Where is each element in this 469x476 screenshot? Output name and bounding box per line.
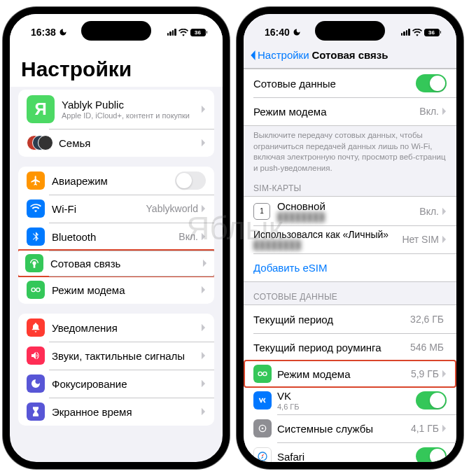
focus-row[interactable]: Фокусирование <box>18 370 214 398</box>
vk-toggle[interactable] <box>416 391 447 410</box>
back-button[interactable]: Настройки <box>249 49 309 61</box>
sim-header: SIM-КАРТЫ <box>244 174 456 196</box>
dynamic-island <box>315 21 385 41</box>
vk-icon <box>253 391 272 410</box>
bell-icon <box>27 318 45 337</box>
chevron-right-icon <box>201 232 206 241</box>
hotspot-icon <box>253 365 272 383</box>
roaming-period-row[interactable]: Текущий период роуминга 546 МБ <box>244 333 456 361</box>
svg-point-0 <box>31 288 35 291</box>
chevron-right-icon <box>201 286 206 294</box>
chevron-right-icon <box>201 105 206 113</box>
do-not-disturb-icon <box>293 28 301 36</box>
nav-title: Сотовая связь <box>312 49 388 61</box>
apple-id-row[interactable]: Я Yablyk Public Apple ID, iCloud+, конте… <box>18 90 214 129</box>
account-name: Yablyk Public <box>62 99 201 111</box>
cellular-signal-icon <box>401 29 410 36</box>
family-avatars-icon <box>27 134 52 152</box>
chevron-right-icon <box>442 370 447 378</box>
bluetooth-icon <box>27 227 45 246</box>
cellular-signal-icon <box>167 29 176 36</box>
screentime-row[interactable]: Экранное время <box>18 398 214 426</box>
status-time: 16:38 <box>31 27 56 38</box>
hotspot-row[interactable]: Режим модема Вкл. <box>244 97 456 125</box>
hotspot-usage-row[interactable]: Режим модема 5,9 ГБ <box>244 360 456 388</box>
account-sub: Apple ID, iCloud+, контент и покупки <box>62 111 201 120</box>
chevron-right-icon <box>202 259 207 267</box>
bluetooth-value: Вкл. <box>178 231 198 242</box>
phone-right-cellular: 16:40 36 Настройки Сотовая связь Сотовые… <box>237 7 463 469</box>
sim-1-icon: 1 <box>253 203 270 220</box>
airplane-icon <box>27 172 45 190</box>
safari-toggle[interactable] <box>416 447 447 465</box>
moon-icon <box>27 374 45 393</box>
chevron-right-icon <box>442 207 447 216</box>
chevron-right-icon <box>442 424 447 433</box>
airplane-toggle[interactable] <box>175 172 206 190</box>
chevron-right-icon <box>201 204 206 213</box>
sounds-row[interactable]: Звуки, тактильные сигналы <box>18 342 214 370</box>
antenna-icon <box>25 254 43 272</box>
wifi-icon <box>412 29 422 36</box>
phone-left-settings: 16:38 36 Настройки Я Yablyk Public Apple… <box>3 7 230 469</box>
chevron-left-icon <box>249 50 256 61</box>
svg-point-1 <box>36 288 40 291</box>
account-avatar: Я <box>27 95 55 123</box>
svg-point-12 <box>263 372 267 375</box>
chevron-right-icon <box>201 407 206 416</box>
blurred-carrier: ████████ <box>277 212 419 222</box>
bluetooth-row[interactable]: Bluetooth Вкл. <box>18 223 214 251</box>
hotspot-row[interactable]: Режим модема <box>18 276 214 304</box>
gear-icon <box>253 419 272 438</box>
wifi-row[interactable]: Wi-Fi Yablykworld <box>18 195 214 223</box>
safari-icon <box>253 447 272 465</box>
system-services-row[interactable]: Системные службы 4,1 ГБ <box>244 414 456 442</box>
sim-primary-row[interactable]: 1 Основной ████████ Вкл. <box>244 197 456 225</box>
data-header: СОТОВЫЕ ДАННЫЕ <box>244 282 456 304</box>
chevron-right-icon <box>201 351 206 360</box>
wifi-value: Yablykworld <box>146 203 198 214</box>
battery-icon: 36 <box>190 29 208 36</box>
speaker-icon <box>27 346 45 365</box>
safari-row[interactable]: Safari <box>244 442 456 469</box>
chevron-right-icon <box>201 323 206 332</box>
status-time: 16:40 <box>265 27 290 38</box>
current-period-row[interactable]: Текущий период 32,6 ГБ <box>244 305 456 333</box>
page-title: Настройки <box>10 42 223 87</box>
cellular-footer-text: Выключите передачу сотовых данных, чтобы… <box>244 126 456 174</box>
add-esim-row[interactable]: Добавить eSIM <box>244 253 456 281</box>
svg-point-11 <box>258 372 262 375</box>
sim-secondary-row[interactable]: Использовался как «Личный» ████████ Нет … <box>244 225 456 253</box>
battery-icon: 36 <box>424 29 442 36</box>
family-row[interactable]: Семья <box>18 129 214 157</box>
wifi-settings-icon <box>27 200 45 218</box>
chevron-right-icon <box>201 139 206 147</box>
cellular-data-toggle[interactable] <box>416 74 447 92</box>
cellular-row[interactable]: Сотовая связь <box>18 249 214 277</box>
wifi-icon <box>178 29 188 36</box>
hourglass-icon <box>27 402 45 421</box>
cellular-data-row[interactable]: Сотовые данные <box>244 69 456 97</box>
hotspot-icon <box>27 281 45 299</box>
blurred-number: ████████ <box>253 240 402 250</box>
chevron-right-icon <box>201 379 206 388</box>
do-not-disturb-icon <box>59 28 67 36</box>
svg-point-14 <box>262 428 264 430</box>
notifications-row[interactable]: Уведомления <box>18 314 214 342</box>
vk-row[interactable]: VK 4,6 ГБ <box>244 386 456 414</box>
dynamic-island <box>81 21 151 41</box>
chevron-right-icon <box>442 107 447 115</box>
nav-bar: Настройки Сотовая связь <box>244 42 456 69</box>
chevron-right-icon <box>442 235 447 244</box>
airplane-mode-row[interactable]: Авиарежим <box>18 167 214 195</box>
